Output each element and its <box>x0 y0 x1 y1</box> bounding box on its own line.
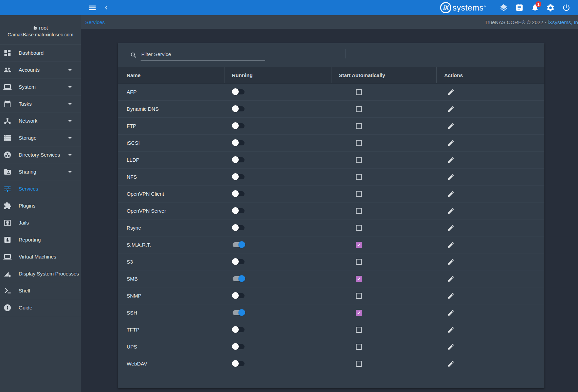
edit-icon[interactable] <box>447 190 455 198</box>
edit-icon[interactable] <box>447 309 455 317</box>
edit-icon[interactable] <box>447 173 455 181</box>
running-toggle[interactable] <box>233 293 245 298</box>
running-toggle[interactable] <box>233 174 245 179</box>
edit-icon[interactable] <box>447 105 455 113</box>
hamburger-menu-icon[interactable] <box>86 3 99 13</box>
running-toggle[interactable] <box>233 310 245 315</box>
running-toggle[interactable] <box>233 327 245 332</box>
edit-icon[interactable] <box>447 122 455 130</box>
service-name: SMB <box>118 270 224 287</box>
sidebar-item-label: Tasks <box>19 101 32 107</box>
start-automatically-checkbox[interactable] <box>356 208 362 214</box>
sidebar-item-network[interactable]: Network <box>0 112 81 129</box>
start-automatically-checkbox[interactable]: ✓ <box>356 242 362 248</box>
start-automatically-checkbox[interactable] <box>356 157 362 163</box>
notifications-bell-icon[interactable]: 1 <box>527 0 543 15</box>
edit-icon[interactable] <box>447 156 455 164</box>
start-automatically-checkbox[interactable]: ✓ <box>356 276 362 282</box>
sidebar-item-guide[interactable]: Guide <box>0 299 81 316</box>
running-toggle[interactable] <box>233 208 245 213</box>
running-toggle[interactable] <box>233 123 245 128</box>
toggle-knob <box>238 309 245 316</box>
start-automatically-checkbox[interactable]: ✓ <box>356 310 362 316</box>
sidebar-item-label: Virtual Machines <box>19 254 56 260</box>
running-toggle[interactable] <box>233 344 245 349</box>
running-toggle[interactable] <box>233 276 245 281</box>
edit-icon[interactable] <box>447 224 455 232</box>
bar-chart-icon <box>3 236 12 244</box>
start-automatically-checkbox[interactable] <box>356 293 362 299</box>
running-toggle[interactable] <box>233 259 245 264</box>
edit-icon[interactable] <box>447 207 455 215</box>
sidebar-item-system[interactable]: System <box>0 78 81 95</box>
computer-icon <box>3 83 12 91</box>
edit-icon[interactable] <box>447 360 455 368</box>
sidebar-item-virtual-machines[interactable]: Virtual Machines <box>0 248 81 265</box>
edit-icon[interactable] <box>447 292 455 300</box>
sidebar-item-tasks[interactable]: Tasks <box>0 95 81 112</box>
start-automatically-checkbox[interactable] <box>356 174 362 180</box>
copyright-link[interactable]: iXsystems, In <box>548 19 578 25</box>
collapse-back-icon[interactable] <box>101 4 111 12</box>
service-name: AFP <box>118 84 224 100</box>
start-automatically-checkbox[interactable] <box>356 259 362 265</box>
running-toggle[interactable] <box>233 191 245 196</box>
edit-icon[interactable] <box>447 275 455 283</box>
table-header: Name Running Start Automatically Actions <box>118 67 544 84</box>
edit-icon[interactable] <box>447 258 455 266</box>
start-automatically-checkbox[interactable] <box>356 225 362 231</box>
sidebar-item-dashboard[interactable]: Dashboard <box>0 44 81 61</box>
running-toggle[interactable] <box>233 242 245 247</box>
running-toggle[interactable] <box>233 140 245 145</box>
edit-icon[interactable] <box>447 139 455 147</box>
power-icon[interactable] <box>558 0 574 15</box>
sidebar-item-sharing[interactable]: Sharing <box>0 163 81 180</box>
settings-gear-icon[interactable] <box>543 0 558 15</box>
start-automatically-checkbox[interactable] <box>356 191 362 197</box>
service-name: iSCSI <box>118 135 224 151</box>
toggle-knob <box>232 173 239 180</box>
sidebar-item-reporting[interactable]: Reporting <box>0 231 81 248</box>
toggle-knob <box>232 326 239 333</box>
table-row-nfs: NFS <box>118 168 544 185</box>
running-toggle[interactable] <box>233 106 245 111</box>
start-automatically-checkbox[interactable] <box>356 327 362 333</box>
sidebar-item-storage[interactable]: Storage <box>0 129 81 146</box>
edit-icon[interactable] <box>447 326 455 334</box>
column-header-running: Running <box>224 67 331 83</box>
start-automatically-checkbox[interactable] <box>356 89 362 95</box>
sidebar-item-plugins[interactable]: Plugins <box>0 197 81 214</box>
edit-icon[interactable] <box>447 343 455 351</box>
sidebar-item-services[interactable]: Services <box>0 180 81 197</box>
start-automatically-checkbox[interactable] <box>356 140 362 146</box>
start-automatically-checkbox[interactable] <box>356 361 362 367</box>
people-icon <box>3 66 12 74</box>
filter-service-input[interactable] <box>141 49 265 61</box>
filter-toolbar <box>118 43 544 67</box>
lock-icon <box>33 25 39 30</box>
table-row-rsync: Rsync <box>118 219 544 236</box>
ixsystems-logo[interactable]: iX systems ™ <box>440 2 486 13</box>
sidebar-item-display-system-processes[interactable]: Display System Processes <box>0 265 81 282</box>
running-toggle[interactable] <box>233 361 245 366</box>
column-header-actions: Actions <box>436 67 542 83</box>
tasks-clipboard-icon[interactable] <box>511 0 527 15</box>
start-automatically-checkbox[interactable] <box>356 344 362 350</box>
sidebar-item-jails[interactable]: Jails <box>0 214 81 231</box>
running-toggle[interactable] <box>233 89 245 94</box>
sidebar-item-shell[interactable]: Shell <box>0 282 81 299</box>
chevron-down-icon <box>66 66 74 74</box>
running-toggle[interactable] <box>233 225 245 230</box>
column-header-name: Name <box>118 67 224 83</box>
running-toggle[interactable] <box>233 157 245 162</box>
toggle-knob <box>232 207 239 214</box>
truecommand-layers-icon[interactable] <box>496 0 511 15</box>
sidebar-item-accounts[interactable]: Accounts <box>0 61 81 78</box>
breadcrumb-services[interactable]: Services <box>85 19 105 25</box>
start-automatically-checkbox[interactable] <box>356 106 362 112</box>
edit-icon[interactable] <box>447 88 455 96</box>
start-automatically-checkbox[interactable] <box>356 123 362 129</box>
sidebar-item-label: Plugins <box>19 203 35 209</box>
sidebar-item-directory-services[interactable]: Directory Services <box>0 146 81 163</box>
edit-icon[interactable] <box>447 241 455 249</box>
